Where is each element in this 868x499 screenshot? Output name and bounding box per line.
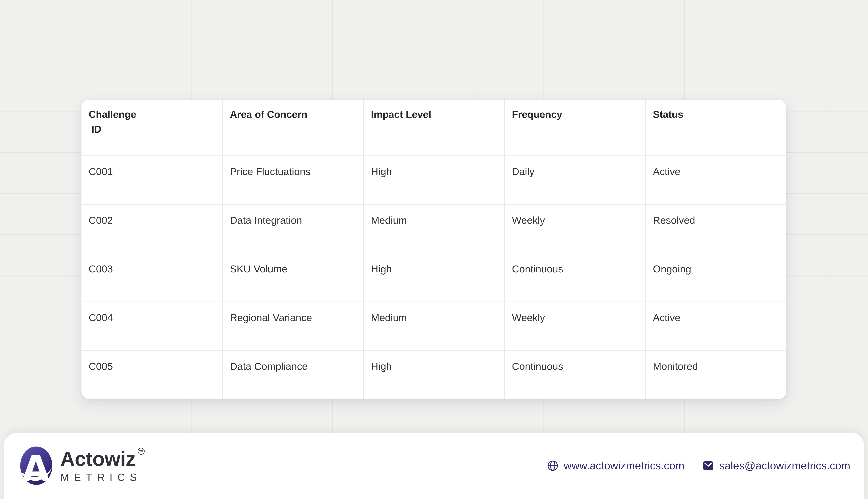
footer-contacts: www.actowizmetrics.com sales@actowizmetr… bbox=[547, 460, 850, 471]
cell-frequency: Continuous bbox=[504, 350, 645, 399]
cell-challenge-id: C005 bbox=[82, 350, 222, 399]
cell-impact-level: High bbox=[364, 350, 504, 399]
column-header-impact-level: Impact Level bbox=[364, 100, 504, 156]
cell-frequency: Continuous bbox=[504, 253, 645, 302]
table-row: C002 Data Integration Medium Weekly Reso… bbox=[82, 204, 786, 253]
cell-status: Active bbox=[645, 302, 786, 350]
column-header-area-of-concern: Area of Concern bbox=[222, 100, 364, 156]
cell-challenge-id: C001 bbox=[82, 156, 222, 204]
column-header-frequency: Frequency bbox=[504, 100, 645, 156]
brand-name-row: Actowiz TM bbox=[60, 449, 145, 469]
brand-text: Actowiz TM METRICS bbox=[60, 449, 145, 483]
footer-bar: A Actowiz TM METRICS bbox=[4, 433, 864, 499]
email-text: sales@actowizmetrics.com bbox=[719, 460, 850, 471]
cell-impact-level: Medium bbox=[364, 204, 504, 253]
cell-area-of-concern: SKU Volume bbox=[222, 253, 364, 302]
trademark-icon: TM bbox=[138, 448, 145, 455]
cell-impact-level: High bbox=[364, 156, 504, 204]
brand-logo: A Actowiz TM METRICS bbox=[20, 447, 145, 485]
cell-challenge-id: C002 bbox=[82, 204, 222, 253]
table-row: C001 Price Fluctuations High Daily Activ… bbox=[82, 156, 786, 204]
table-header-row: Challenge ID Area of Concern Impact Leve… bbox=[82, 100, 786, 156]
footer-content: A Actowiz TM METRICS bbox=[20, 446, 850, 485]
cell-frequency: Weekly bbox=[504, 204, 645, 253]
website-link[interactable]: www.actowizmetrics.com bbox=[547, 460, 684, 471]
mail-icon bbox=[702, 460, 714, 471]
website-text: www.actowizmetrics.com bbox=[564, 460, 684, 471]
table-row: C005 Data Compliance High Continuous Mon… bbox=[82, 350, 786, 399]
cell-status: Monitored bbox=[645, 350, 786, 399]
cell-impact-level: High bbox=[364, 253, 504, 302]
actowiz-logo-icon: A bbox=[20, 447, 52, 485]
cell-status: Active bbox=[645, 156, 786, 204]
cell-frequency: Weekly bbox=[504, 302, 645, 350]
globe-icon bbox=[547, 460, 558, 471]
brand-name: Actowiz bbox=[60, 449, 136, 469]
cell-area-of-concern: Data Integration bbox=[222, 204, 364, 253]
cell-status: Ongoing bbox=[645, 253, 786, 302]
challenges-table-card: Challenge ID Area of Concern Impact Leve… bbox=[82, 100, 786, 399]
email-link[interactable]: sales@actowizmetrics.com bbox=[702, 460, 850, 471]
brand-subtitle: METRICS bbox=[60, 472, 145, 483]
challenges-table: Challenge ID Area of Concern Impact Leve… bbox=[82, 100, 786, 399]
cell-challenge-id: C004 bbox=[82, 302, 222, 350]
column-header-challenge-id: Challenge ID bbox=[82, 100, 222, 156]
cell-challenge-id: C003 bbox=[82, 253, 222, 302]
cell-area-of-concern: Price Fluctuations bbox=[222, 156, 364, 204]
cell-status: Resolved bbox=[645, 204, 786, 253]
cell-impact-level: Medium bbox=[364, 302, 504, 350]
column-header-status: Status bbox=[645, 100, 786, 156]
table-row: C004 Regional Variance Medium Weekly Act… bbox=[82, 302, 786, 350]
cell-area-of-concern: Regional Variance bbox=[222, 302, 364, 350]
cell-frequency: Daily bbox=[504, 156, 645, 204]
cell-area-of-concern: Data Compliance bbox=[222, 350, 364, 399]
table-row: C003 SKU Volume High Continuous Ongoing bbox=[82, 253, 786, 302]
